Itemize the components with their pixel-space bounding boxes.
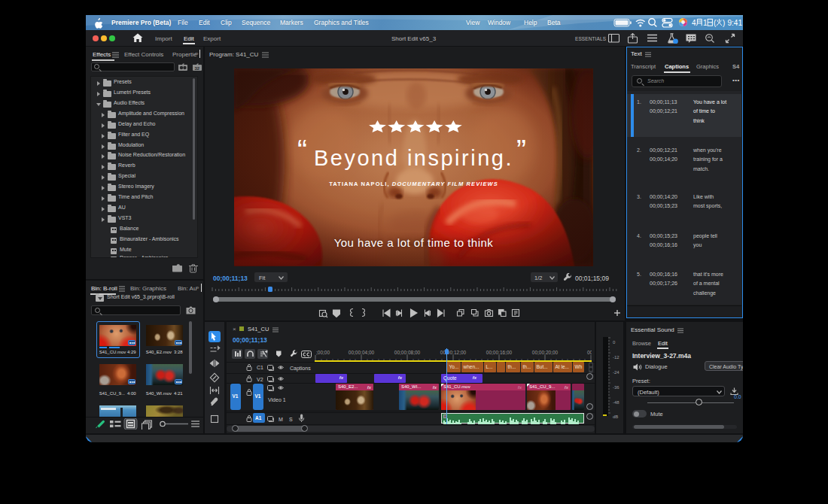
svg-text:4: 4 [692, 19, 696, 27]
svg-text:-48: -48 [613, 400, 619, 405]
svg-text:dB: dB [613, 414, 618, 419]
svg-text:(: ( [714, 19, 717, 27]
svg-text:-12: -12 [613, 355, 619, 360]
svg-text:0: 0 [613, 340, 616, 345]
svg-text:-36: -36 [613, 385, 619, 390]
svg-text:32: 32 [195, 66, 200, 71]
svg-text:): ) [723, 19, 725, 27]
svg-text:-24: -24 [613, 370, 619, 375]
svg-text:1: 1 [703, 19, 708, 27]
svg-text:9:41: 9:41 [728, 19, 743, 27]
